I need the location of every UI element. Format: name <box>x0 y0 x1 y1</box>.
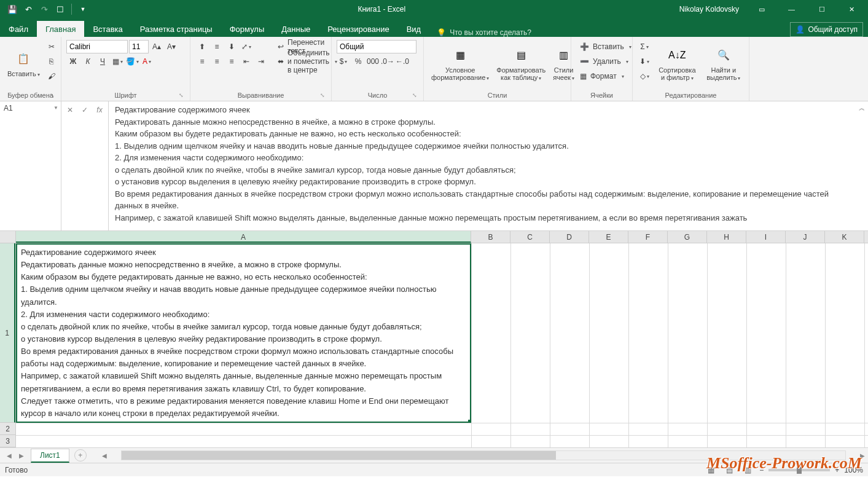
cell-grid[interactable]: Редактирование содержимого ячеекРедактир… <box>16 243 868 447</box>
tab-data[interactable]: Данные <box>273 21 319 37</box>
clipboard-launcher-icon[interactable]: ⤡ <box>49 92 56 99</box>
copy-icon[interactable]: ⎘ <box>45 55 58 68</box>
percent-icon[interactable]: % <box>351 55 365 68</box>
align-middle-icon[interactable]: ≡ <box>210 40 224 53</box>
user-name[interactable]: Nikolay Koldovsky <box>673 5 745 14</box>
increase-decimal-icon[interactable]: .0→ <box>381 55 394 68</box>
font-size-input[interactable] <box>129 40 149 53</box>
row-header-2[interactable]: 2 <box>0 423 15 435</box>
close-icon[interactable]: ✕ <box>838 0 866 18</box>
decrease-decimal-icon[interactable]: ←.0 <box>396 55 409 68</box>
column-header-g[interactable]: G <box>668 231 707 243</box>
insert-cells-button[interactable]: ➕Вставить▾ <box>576 40 635 53</box>
hscroll-left-icon[interactable]: ◀ <box>99 450 110 461</box>
cell-styles-icon: ▥ <box>554 45 574 65</box>
find-select-button[interactable]: 🔍Найти и выделить▾ <box>702 39 745 88</box>
sort-icon: A↓Z <box>667 45 687 65</box>
tab-file[interactable]: Файл <box>0 21 37 37</box>
column-header-j[interactable]: J <box>786 231 825 243</box>
qat-customize-icon[interactable]: ▼ <box>76 2 90 17</box>
font-color-icon[interactable]: A▾ <box>140 55 154 68</box>
number-launcher-icon[interactable]: ⤡ <box>411 92 418 99</box>
number-format-select[interactable] <box>337 40 416 53</box>
conditional-formatting-button[interactable]: ▦Условное форматирование▾ <box>428 39 493 88</box>
orientation-icon[interactable]: ⤢▾ <box>240 40 253 53</box>
alignment-launcher-icon[interactable]: ⤡ <box>319 92 326 99</box>
format-icon: ▦ <box>580 72 587 81</box>
formula-bar-collapse-icon[interactable]: ︽ <box>856 101 868 230</box>
tab-view[interactable]: Вид <box>398 21 430 37</box>
sort-filter-button[interactable]: A↓ZСортировка и фильтр▾ <box>652 39 702 88</box>
sheet-tab-1[interactable]: Лист1 <box>31 449 69 463</box>
tab-page-layout[interactable]: Разметка страницы <box>131 21 221 37</box>
paste-button[interactable]: 📋 Вставить▾ <box>4 39 44 88</box>
tell-me-search[interactable]: 💡 Что вы хотите сделать? <box>429 28 539 37</box>
fill-icon[interactable]: ⬇▾ <box>638 55 651 68</box>
tab-home[interactable]: Главная <box>37 21 84 37</box>
decrease-indent-icon[interactable]: ⇤ <box>240 55 253 68</box>
select-all-corner[interactable] <box>0 231 16 243</box>
column-header-a[interactable]: A <box>16 231 471 243</box>
increase-indent-icon[interactable]: ⇥ <box>254 55 268 68</box>
column-header-i[interactable]: I <box>746 231 786 243</box>
column-header-b[interactable]: B <box>471 231 510 243</box>
comma-icon[interactable]: 000 <box>366 55 380 68</box>
table-icon: ▤ <box>511 45 531 65</box>
column-header-h[interactable]: H <box>707 231 746 243</box>
autosum-icon[interactable]: Σ▾ <box>638 40 651 53</box>
column-header-c[interactable]: C <box>510 231 550 243</box>
conditional-icon: ▦ <box>450 45 470 65</box>
name-box[interactable]: A1▼ <box>0 101 61 230</box>
format-cells-button[interactable]: ▦Формат▾ <box>576 69 628 83</box>
bold-button[interactable]: Ж <box>66 55 80 68</box>
italic-button[interactable]: К <box>81 55 95 68</box>
sheet-nav-prev-icon[interactable]: ◀ <box>4 450 15 461</box>
sheet-nav-next-icon[interactable]: ▶ <box>16 450 27 461</box>
currency-icon[interactable]: $▾ <box>337 55 350 68</box>
share-button[interactable]: 👤 Общий доступ <box>790 22 863 37</box>
minimize-icon[interactable]: — <box>778 0 805 18</box>
column-header-e[interactable]: E <box>589 231 628 243</box>
align-right-icon[interactable]: ≡ <box>225 55 238 68</box>
row-header-1[interactable]: 1 <box>0 243 15 423</box>
align-left-icon[interactable]: ≡ <box>195 55 209 68</box>
redo-icon[interactable]: ↷ <box>37 2 52 17</box>
cancel-formula-icon[interactable]: ✕ <box>63 104 77 116</box>
tab-review[interactable]: Рецензирование <box>319 21 397 37</box>
column-header-d[interactable]: D <box>550 231 589 243</box>
border-icon[interactable]: ▦▾ <box>111 55 124 68</box>
merge-center-button[interactable]: ⬌Объединить и поместить в центре▾ <box>274 55 341 68</box>
maximize-icon[interactable]: ☐ <box>808 0 835 18</box>
font-name-input[interactable] <box>66 40 128 53</box>
fill-color-icon[interactable]: 🪣▾ <box>125 55 139 68</box>
lightbulb-icon: 💡 <box>437 28 446 37</box>
clear-icon[interactable]: ◇▾ <box>638 69 651 83</box>
cell-a1[interactable]: Редактирование содержимого ячеекРедактир… <box>16 243 471 423</box>
save-icon[interactable]: 💾 <box>5 2 20 17</box>
cut-icon[interactable]: ✂ <box>45 40 58 53</box>
column-header-f[interactable]: F <box>628 231 668 243</box>
align-bottom-icon[interactable]: ⬇ <box>225 40 238 53</box>
decrease-font-icon[interactable]: A▾ <box>165 40 178 53</box>
align-center-icon[interactable]: ≡ <box>210 55 224 68</box>
watermark: MSoffice-Prowork.coM <box>706 454 862 473</box>
enter-formula-icon[interactable]: ✓ <box>77 104 92 116</box>
formula-bar-content[interactable]: Редактирование содержимого ячеекРедактир… <box>109 101 856 230</box>
align-top-icon[interactable]: ⬆ <box>195 40 209 53</box>
fx-icon[interactable]: fx <box>92 104 107 116</box>
touch-mode-icon[interactable]: ☐ <box>53 2 68 17</box>
tab-insert[interactable]: Вставка <box>84 21 131 37</box>
underline-button[interactable]: Ч <box>96 55 109 68</box>
tab-formulas[interactable]: Формулы <box>221 21 273 37</box>
delete-cells-button[interactable]: ➖Удалить▾ <box>576 55 632 68</box>
format-as-table-button[interactable]: ▤Форматировать как таблицу▾ <box>493 39 549 88</box>
font-launcher-icon[interactable]: ⤡ <box>178 92 185 99</box>
clipboard-icon: 📋 <box>14 49 33 69</box>
column-header-k[interactable]: K <box>825 231 864 243</box>
row-header-3[interactable]: 3 <box>0 435 15 447</box>
add-sheet-button[interactable]: + <box>74 449 87 462</box>
increase-font-icon[interactable]: A▴ <box>150 40 163 53</box>
undo-icon[interactable]: ↶ <box>21 2 36 17</box>
format-painter-icon[interactable]: 🖌 <box>45 69 58 83</box>
ribbon-display-icon[interactable]: ▭ <box>748 0 775 18</box>
